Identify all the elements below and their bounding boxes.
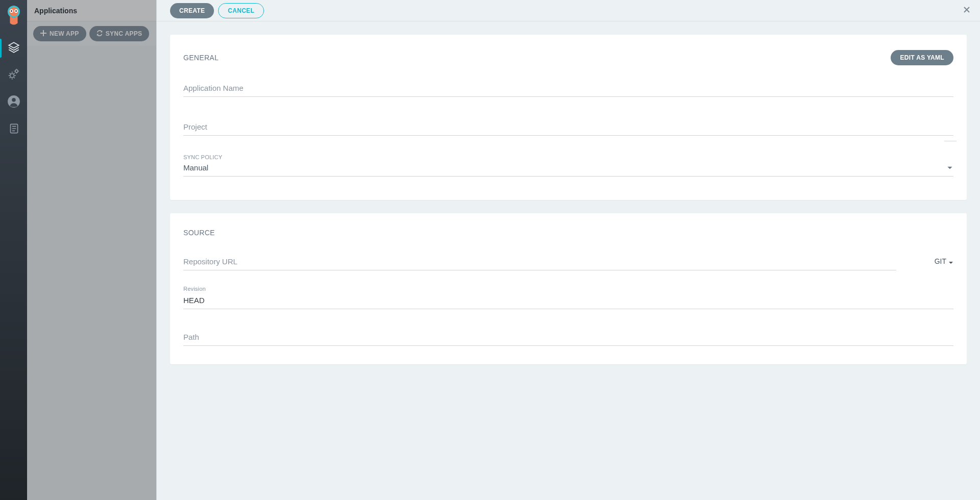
argo-logo: [5, 2, 23, 31]
sync-policy-value: Manual: [183, 163, 208, 172]
create-button[interactable]: CREATE: [170, 3, 214, 18]
applications-sidebar: Applications NEW APP SYNC APPS: [27, 0, 157, 500]
nav-docs[interactable]: [0, 116, 27, 143]
chevron-down-icon: [946, 164, 953, 171]
repo-type-label: GIT: [935, 257, 946, 265]
svg-point-9: [12, 98, 16, 102]
svg-point-7: [15, 70, 17, 72]
nav-settings[interactable]: [0, 62, 27, 89]
svg-point-6: [10, 73, 14, 78]
svg-point-4: [11, 10, 12, 12]
repo-type-select[interactable]: GIT: [904, 257, 953, 270]
layers-icon: [7, 41, 20, 56]
sync-policy-select[interactable]: Manual: [183, 161, 953, 177]
project-field: [183, 119, 953, 136]
revision-input[interactable]: [183, 293, 953, 309]
close-icon: [963, 6, 971, 15]
panel-body[interactable]: GENERAL EDIT AS YAML SYNC POLICY Manual: [157, 21, 980, 500]
edit-as-yaml-button[interactable]: EDIT AS YAML: [891, 50, 953, 65]
sync-icon: [97, 30, 103, 38]
sidebar-title: Applications: [27, 0, 156, 21]
nav-icon-rail: [0, 0, 27, 500]
revision-field: Revision: [183, 286, 953, 309]
project-input[interactable]: [183, 119, 953, 136]
application-name-input[interactable]: [183, 81, 953, 97]
new-app-button[interactable]: NEW APP: [33, 26, 86, 41]
cancel-button[interactable]: CANCEL: [218, 3, 264, 18]
sync-apps-button[interactable]: SYNC APPS: [89, 26, 150, 41]
nav-applications[interactable]: [0, 35, 27, 62]
sync-policy-field: SYNC POLICY Manual: [183, 154, 953, 177]
close-panel-button[interactable]: [962, 6, 972, 16]
gears-icon: [7, 68, 20, 83]
source-card: SOURCE GIT Revision: [170, 213, 967, 364]
revision-label: Revision: [183, 286, 953, 292]
caret-down-icon: [948, 259, 953, 264]
source-section-title: SOURCE: [183, 229, 215, 237]
repository-url-row: GIT: [183, 254, 953, 270]
svg-point-5: [15, 10, 17, 12]
repository-url-input[interactable]: [183, 254, 896, 270]
nav-user[interactable]: [0, 89, 27, 116]
sidebar-toolbar: NEW APP SYNC APPS: [27, 21, 156, 46]
general-section-title: GENERAL: [183, 54, 219, 62]
general-card: GENERAL EDIT AS YAML SYNC POLICY Manual: [170, 35, 967, 200]
sync-policy-label: SYNC POLICY: [183, 154, 953, 160]
application-name-field: [183, 81, 953, 97]
book-icon: [7, 122, 20, 137]
panel-header: CREATE CANCEL: [157, 0, 980, 21]
user-circle-icon: [7, 95, 20, 110]
new-app-label: NEW APP: [50, 30, 79, 37]
sync-apps-label: SYNC APPS: [106, 30, 142, 37]
path-input[interactable]: [183, 330, 953, 346]
path-field: [183, 330, 953, 346]
plus-icon: [40, 30, 46, 38]
create-application-panel: CREATE CANCEL GENERAL EDIT AS YAML: [157, 0, 980, 500]
